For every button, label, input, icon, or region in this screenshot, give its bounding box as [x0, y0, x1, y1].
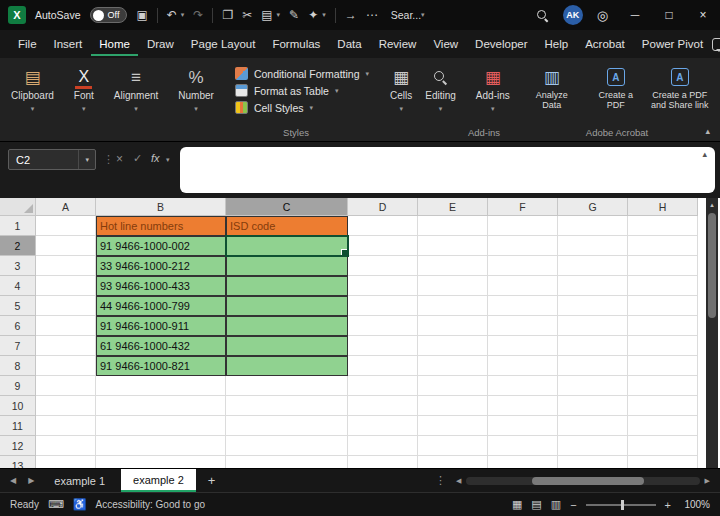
format-as-table-button[interactable]: Format as Table ▾ [235, 84, 369, 97]
normal-view-icon[interactable]: ▦ [512, 498, 522, 511]
copy-icon[interactable]: ❐ [222, 9, 233, 21]
cell-F10[interactable] [488, 396, 558, 416]
create-pdf-button[interactable]: A Create a PDF [589, 64, 643, 112]
tab-insert[interactable]: Insert [46, 32, 91, 56]
row-header-7[interactable]: 7 [0, 336, 36, 356]
undo-icon[interactable]: ↶ [167, 9, 177, 21]
more-commands-icon[interactable]: ⋯ [366, 9, 378, 21]
cell-B13[interactable] [96, 456, 226, 468]
forward-icon[interactable]: → [345, 9, 357, 21]
cell-H11[interactable] [628, 416, 698, 436]
cell-G9[interactable] [558, 376, 628, 396]
row-header-9[interactable]: 9 [0, 376, 36, 396]
cell-E12[interactable] [418, 436, 488, 456]
sheet-tab-example-1[interactable]: example 1 [42, 469, 117, 492]
analyze-data-button[interactable]: ▥ Analyze Data [525, 64, 579, 112]
cell-A1[interactable] [36, 216, 96, 236]
row-header-6[interactable]: 6 [0, 316, 36, 336]
row-header-12[interactable]: 12 [0, 436, 36, 456]
format-painter-icon[interactable]: ✎ [289, 9, 299, 21]
fx-chevron-icon[interactable]: ▾ [166, 156, 170, 164]
cell-F2[interactable] [488, 236, 558, 256]
column-header-D[interactable]: D [348, 198, 418, 216]
cell-G5[interactable] [558, 296, 628, 316]
create-pdf-share-button[interactable]: A Create a PDF and Share link [646, 64, 714, 112]
cell-G13[interactable] [558, 456, 628, 468]
cell-E11[interactable] [418, 416, 488, 436]
tab-power-pivot[interactable]: Power Pivot [634, 32, 711, 56]
conditional-formatting-button[interactable]: Conditional Formatting ▾ [235, 67, 369, 80]
cell-D13[interactable] [348, 456, 418, 468]
zoom-out-icon[interactable]: − [570, 499, 576, 511]
cell-G12[interactable] [558, 436, 628, 456]
cell-F3[interactable] [488, 256, 558, 276]
cell-E5[interactable] [418, 296, 488, 316]
row-header-10[interactable]: 10 [0, 396, 36, 416]
row-header-2[interactable]: 2 [0, 236, 36, 256]
page-break-view-icon[interactable]: ▥ [551, 498, 561, 511]
cell-D1[interactable] [348, 216, 418, 236]
cell-C8[interactable] [226, 356, 348, 376]
cell-A9[interactable] [36, 376, 96, 396]
cell-C2[interactable] [226, 236, 348, 256]
number-group-button[interactable]: % Number ▾ [173, 64, 219, 113]
row-header-1[interactable]: 1 [0, 216, 36, 236]
cell-E13[interactable] [418, 456, 488, 468]
cell-H12[interactable] [628, 436, 698, 456]
cell-B11[interactable] [96, 416, 226, 436]
cell-D10[interactable] [348, 396, 418, 416]
cell-H3[interactable] [628, 256, 698, 276]
cell-B6[interactable]: 91 9466-1000-911 [96, 316, 226, 336]
sheet-nav-left-icon[interactable]: ◀ [6, 476, 20, 485]
cell-F1[interactable] [488, 216, 558, 236]
page-layout-view-icon[interactable]: ▤ [531, 498, 541, 511]
cell-B9[interactable] [96, 376, 226, 396]
cell-G3[interactable] [558, 256, 628, 276]
enter-icon[interactable]: ✓ [133, 152, 142, 165]
cell-C4[interactable] [226, 276, 348, 296]
cell-H8[interactable] [628, 356, 698, 376]
cell-E10[interactable] [418, 396, 488, 416]
row-header-4[interactable]: 4 [0, 276, 36, 296]
zoom-in-icon[interactable]: + [665, 499, 671, 511]
cancel-icon[interactable]: × [116, 152, 123, 166]
scroll-left-icon[interactable]: ◀ [456, 477, 461, 485]
close-button[interactable]: × [686, 0, 720, 30]
tab-view[interactable]: View [425, 32, 466, 56]
column-header-C[interactable]: C [226, 198, 348, 216]
cell-A7[interactable] [36, 336, 96, 356]
cell-B7[interactable]: 61 9466-1000-432 [96, 336, 226, 356]
cell-H6[interactable] [628, 316, 698, 336]
cell-C9[interactable] [226, 376, 348, 396]
cell-H2[interactable] [628, 236, 698, 256]
cell-G4[interactable] [558, 276, 628, 296]
alignment-group-button[interactable]: ≡ Alignment ▾ [109, 64, 163, 113]
formula-input[interactable]: ▴ [180, 147, 715, 193]
cell-F9[interactable] [488, 376, 558, 396]
select-all-button[interactable] [0, 198, 36, 216]
collapse-formula-bar-icon[interactable]: ▴ [702, 149, 707, 159]
cell-C6[interactable] [226, 316, 348, 336]
cell-H5[interactable] [628, 296, 698, 316]
cell-C1[interactable]: ISD code [226, 216, 348, 236]
cell-C11[interactable] [226, 416, 348, 436]
cell-H9[interactable] [628, 376, 698, 396]
row-header-13[interactable]: 13 [0, 456, 36, 468]
column-header-F[interactable]: F [488, 198, 558, 216]
keyboard-icon[interactable]: ⌨ [48, 498, 64, 511]
cell-G8[interactable] [558, 356, 628, 376]
cell-E4[interactable] [418, 276, 488, 296]
cell-B10[interactable] [96, 396, 226, 416]
tab-help[interactable]: Help [537, 32, 577, 56]
scroll-right-icon[interactable]: ▶ [705, 477, 710, 485]
cell-C3[interactable] [226, 256, 348, 276]
sheet-nav-right-icon[interactable]: ▶ [24, 476, 38, 485]
vertical-scrollbar[interactable]: ▴ [706, 198, 718, 468]
cell-A5[interactable] [36, 296, 96, 316]
undo-chevron-icon[interactable]: ▾ [181, 11, 185, 19]
accessibility-icon[interactable]: ♿ [73, 498, 87, 511]
font-group-button[interactable]: X Font ▾ [69, 64, 99, 113]
cell-D4[interactable] [348, 276, 418, 296]
cell-A2[interactable] [36, 236, 96, 256]
scroll-up-icon[interactable]: ▴ [710, 198, 714, 211]
